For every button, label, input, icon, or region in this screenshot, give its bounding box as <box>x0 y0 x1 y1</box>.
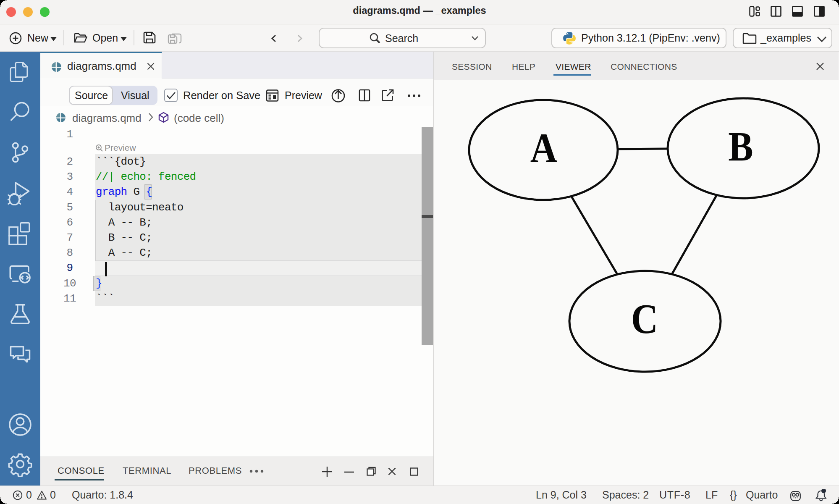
svg-text:C: C <box>631 296 658 341</box>
svg-text:A: A <box>530 125 557 171</box>
svg-text:B: B <box>728 123 753 169</box>
